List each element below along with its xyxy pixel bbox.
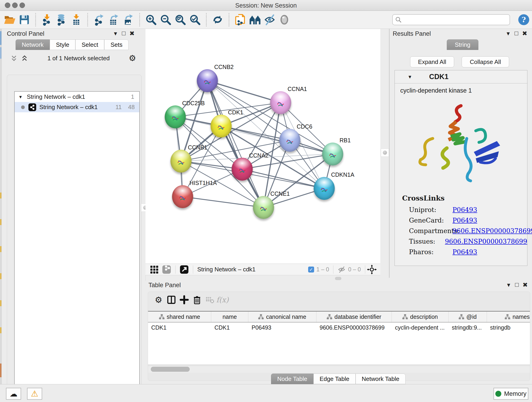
export-image-button[interactable] bbox=[121, 12, 136, 27]
warnings-button[interactable]: ⚠ bbox=[27, 388, 42, 400]
results-panel-maximize-button[interactable]: □ bbox=[512, 30, 520, 37]
tab-style[interactable]: Style bbox=[50, 39, 75, 50]
search-input[interactable] bbox=[402, 16, 507, 23]
zoom-fit-button[interactable] bbox=[173, 12, 188, 27]
tab-network[interactable]: Network bbox=[16, 39, 50, 50]
crosslink-value-link[interactable]: 9606.ENSP00000378699 bbox=[452, 227, 532, 235]
show-all-button[interactable] bbox=[277, 12, 292, 27]
add-button[interactable] bbox=[178, 293, 191, 306]
column-header-database-identifier[interactable]: database identifier bbox=[317, 312, 392, 322]
search-box[interactable] bbox=[392, 14, 510, 25]
network-row[interactable]: String Network – cdk1 11 48 bbox=[15, 102, 139, 112]
crosslink-value-link[interactable]: P06493 bbox=[452, 206, 477, 214]
network-node-HIST1H1A[interactable] bbox=[172, 185, 193, 208]
expand-all-button[interactable]: Expand All bbox=[410, 56, 454, 67]
collapse-all-networks-icon[interactable] bbox=[10, 54, 18, 62]
network-overview-icon[interactable] bbox=[162, 265, 171, 274]
table-panel-maximize-button[interactable]: □ bbox=[513, 281, 521, 288]
birdseye-view-icon[interactable] bbox=[180, 265, 189, 274]
network-collection-row[interactable]: ▾ String Network – cdk1 1 bbox=[15, 92, 139, 102]
network-node-CDK1[interactable] bbox=[210, 115, 232, 138]
crosslink-value-link[interactable]: 9606.ENSP00000378699 bbox=[445, 238, 527, 245]
memory-button[interactable]: Memory bbox=[494, 388, 528, 400]
right-splitter[interactable] bbox=[380, 29, 389, 278]
selected-checkbox-icon[interactable]: ✓ bbox=[308, 267, 314, 273]
network-canvas[interactable]: CCNB2 CCNA1 CDC25B CDK1 CDC6 RB1 CCNB1 C… bbox=[146, 29, 380, 264]
expand-all-networks-icon[interactable] bbox=[21, 54, 28, 62]
column-header-name[interactable]: name bbox=[211, 312, 248, 322]
table-cell[interactable]: CDK1 bbox=[211, 322, 248, 332]
table-panel-close-button[interactable]: ✖ bbox=[521, 281, 529, 288]
table-cell[interactable]: stringdb:9... bbox=[449, 322, 487, 332]
tab-select[interactable]: Select bbox=[75, 39, 104, 50]
tab-edge-table[interactable]: Edge Table bbox=[313, 374, 355, 384]
network-node-CCNE1[interactable] bbox=[253, 196, 274, 219]
fit-selected-crosshair-icon[interactable] bbox=[367, 265, 377, 274]
control-panel-maximize-button[interactable]: □ bbox=[120, 30, 128, 37]
hide-selected-button[interactable] bbox=[262, 12, 277, 27]
trash-button[interactable] bbox=[191, 293, 203, 306]
export-network-button[interactable] bbox=[92, 12, 106, 27]
column-header-description[interactable]: description bbox=[392, 312, 449, 322]
zoom-out-button[interactable] bbox=[158, 12, 173, 27]
edge-CCNB2-CCNE1[interactable] bbox=[207, 81, 264, 207]
table-cell[interactable]: cyclin-dependent ... bbox=[392, 322, 449, 332]
network-node-CDKN1A[interactable] bbox=[314, 177, 335, 200]
collection-expander-icon[interactable]: ▾ bbox=[19, 94, 22, 100]
zoom-in-button[interactable] bbox=[144, 12, 158, 27]
table-cell[interactable]: stringdb bbox=[487, 322, 530, 332]
network-node-CDC25B[interactable] bbox=[165, 105, 186, 128]
tab-sets[interactable]: Sets bbox=[104, 39, 128, 50]
collapse-all-button[interactable]: Collapse All bbox=[462, 56, 509, 67]
tab-node-table[interactable]: Node Table bbox=[271, 374, 313, 384]
grid-view-icon[interactable] bbox=[150, 265, 159, 274]
clone-network-button[interactable] bbox=[233, 12, 248, 27]
network-node-CCNA2[interactable] bbox=[232, 158, 253, 181]
save-button[interactable] bbox=[17, 12, 32, 27]
export-table-button[interactable] bbox=[106, 12, 121, 27]
network-node-CCNB2[interactable] bbox=[197, 69, 218, 92]
network-node-CCNA1[interactable] bbox=[270, 91, 291, 114]
zoom-selected-button[interactable] bbox=[188, 12, 202, 27]
network-node-CCNB1[interactable] bbox=[171, 150, 191, 172]
column-header-canonical-name[interactable]: canonical name bbox=[248, 312, 317, 322]
table-cell[interactable]: P06493 bbox=[248, 322, 317, 332]
right-splitter-knob[interactable] bbox=[381, 148, 389, 157]
network-node-CDC6[interactable] bbox=[279, 129, 300, 152]
column-header-shared-name[interactable]: shared name bbox=[148, 312, 211, 322]
results-panel-float-button[interactable]: ▾ bbox=[504, 30, 512, 37]
edge-CCNB2-CCNA1[interactable] bbox=[207, 81, 281, 103]
column-header-@id[interactable]: @id bbox=[449, 312, 487, 322]
table-cell[interactable]: CDK1 bbox=[148, 322, 211, 332]
table-horizontal-scrollbar[interactable] bbox=[148, 366, 530, 373]
crosslink-value-link[interactable]: P06493 bbox=[452, 217, 477, 224]
results-panel-close-button[interactable]: ✖ bbox=[520, 30, 529, 37]
tab-network-table[interactable]: Network Table bbox=[355, 374, 405, 384]
crosslink-value-link[interactable]: P06493 bbox=[452, 248, 477, 256]
gene-expander-icon[interactable]: ▾ bbox=[409, 74, 411, 80]
first-neighbors-button[interactable] bbox=[248, 12, 262, 27]
import-network-button[interactable] bbox=[40, 12, 54, 27]
help-button[interactable]: ? bbox=[518, 14, 530, 26]
table-cell[interactable]: 9606.ENSP00000378699 bbox=[317, 322, 392, 332]
network-options-gear-icon[interactable]: ⚙ bbox=[129, 53, 136, 63]
fx-button[interactable]: f(x) bbox=[216, 293, 229, 306]
cloud-status-button[interactable]: ☁ bbox=[6, 388, 21, 400]
network-node-RB1[interactable] bbox=[322, 143, 343, 166]
scrollbar-thumb[interactable] bbox=[151, 367, 190, 372]
refresh-button[interactable] bbox=[210, 12, 225, 27]
column-header-namespace[interactable]: namespace bbox=[487, 312, 530, 322]
columns-button[interactable] bbox=[165, 293, 178, 306]
gene-card-header[interactable]: ▾ CDK1 bbox=[395, 70, 527, 83]
table-panel-float-button[interactable]: ▾ bbox=[505, 281, 513, 288]
bottom-splitter-knob[interactable] bbox=[335, 277, 341, 280]
gear-button[interactable]: ⚙ bbox=[152, 293, 165, 306]
table-delete-button[interactable] bbox=[203, 293, 216, 306]
edge-CCNA2-CDKN1A[interactable] bbox=[242, 169, 324, 188]
import-table-button[interactable] bbox=[69, 12, 84, 27]
control-panel-close-button[interactable]: ✖ bbox=[128, 30, 136, 37]
import-database-button[interactable] bbox=[54, 12, 69, 27]
tab-string[interactable]: String bbox=[447, 39, 478, 50]
table-row[interactable]: CDK1CDK1P064939606.ENSP00000378699cyclin… bbox=[148, 322, 530, 332]
open-file-button[interactable] bbox=[2, 12, 17, 27]
